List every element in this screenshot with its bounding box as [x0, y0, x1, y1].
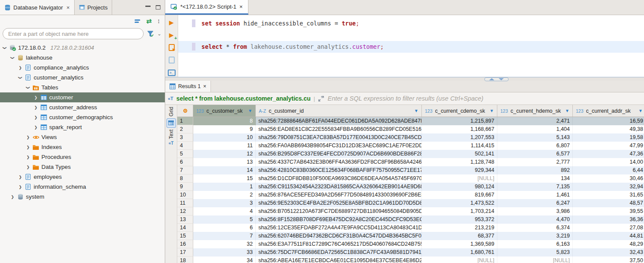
cell-c_customer_id[interactable]: sha256:8F1528BB708DF69EB475DC92A8C20EC44…: [256, 215, 422, 224]
collapse-arrow-icon[interactable]: ❯: [18, 76, 22, 80]
expand-arrow-icon[interactable]: ❯: [26, 145, 30, 149]
tree-item-employees[interactable]: ❯employees: [0, 172, 165, 182]
cell-c_current_cdemo_sk[interactable]: [NULL]: [422, 257, 497, 263]
cell-c_current_cdemo_sk[interactable]: 1,128,748: [422, 158, 497, 166]
cell-c_current_cdemo_sk[interactable]: 1,680,761: [422, 248, 497, 257]
expand-arrow-icon[interactable]: ❯: [26, 165, 30, 169]
tab-sql-script[interactable]: *<172.18.0.2> Script-1 ×: [165, 0, 248, 15]
column-filter-arrow-icon[interactable]: ▼: [414, 108, 418, 113]
cell-c_current_cdemo_sk[interactable]: 1,207,553: [422, 133, 497, 142]
cell-c_current_addr_sk[interactable]: 39,55: [573, 207, 644, 215]
expand-arrow-icon[interactable]: ❯: [26, 155, 30, 159]
grid-view-icon[interactable]: [166, 118, 176, 128]
cell-c_current_hdemo_sk[interactable]: 5,143: [497, 133, 573, 142]
cell-c_customer_sk[interactable]: 32: [193, 240, 256, 248]
cell-c_customer_sk[interactable]: 2: [193, 191, 256, 199]
tree-item-172-18-0-2[interactable]: ❯172.18.0.2172.18.0.2:31604: [0, 43, 165, 53]
cell-c_current_addr_sk[interactable]: 47,36: [573, 150, 644, 158]
cell-c_customer_id[interactable]: sha256:12CE35EFDABF272A4A47E9FA9CC5D4113…: [256, 224, 422, 232]
cell-c_customer_sk[interactable]: 1: [193, 183, 256, 191]
cell-c_current_cdemo_sk[interactable]: 1,703,214: [422, 207, 497, 215]
cell-c_current_cdemo_sk[interactable]: 953,372: [422, 215, 497, 224]
column-filter-arrow-icon[interactable]: ▼: [248, 108, 252, 113]
column-header-c_current_addr_sk[interactable]: 123c_current_addr_sk▼: [573, 105, 644, 117]
cell-c_customer_id[interactable]: sha256:ABEA16E7E1ECBDCA6E01CE1095D84E37C…: [256, 257, 422, 263]
cell-c_current_hdemo_sk[interactable]: 3,219: [497, 232, 573, 240]
cell-c_current_addr_sk[interactable]: 32,43: [573, 248, 644, 257]
expand-arrow-icon[interactable]: ❯: [18, 66, 22, 70]
cell-c_current_hdemo_sk[interactable]: 4,470: [497, 215, 573, 224]
column-header-c_current_cdemo_sk[interactable]: 123c_current_cdemo_sk▼: [422, 105, 497, 117]
column-header-c_customer_id[interactable]: A-Zc_customer_id▼: [256, 105, 422, 117]
grid-corner-cell[interactable]: [177, 105, 193, 117]
execute-statement-icon[interactable]: ▶: [168, 19, 176, 26]
cell-c_customer_id[interactable]: sha256:D1CDF8DBB10F500EA9693C86DE6DEAA05…: [256, 174, 422, 183]
column-filter-arrow-icon[interactable]: ▼: [490, 108, 494, 113]
cell-c_customer_id[interactable]: sha256:C9115342454A2323DA815865CAA326064…: [256, 183, 422, 191]
tree-item-customer[interactable]: ❯customer: [0, 92, 165, 102]
row-number[interactable]: 12: [177, 207, 193, 215]
minimize-icon[interactable]: [145, 6, 151, 7]
cell-c_customer_sk[interactable]: 4: [193, 207, 256, 215]
expand-arrow-icon[interactable]: ❯: [34, 95, 38, 100]
cell-c_current_addr_sk[interactable]: 16,59: [573, 117, 644, 125]
cell-c_customer_sk[interactable]: 15: [193, 174, 256, 183]
expand-arrow-icon[interactable]: ❯: [18, 175, 22, 179]
tree-item-system[interactable]: ❯system: [0, 192, 165, 202]
cell-c_current_hdemo_sk[interactable]: 6,374: [497, 224, 573, 232]
cell-c_current_addr_sk[interactable]: 44,81: [573, 232, 644, 240]
row-number[interactable]: 13: [177, 215, 193, 224]
cell-c_current_cdemo_sk[interactable]: [NULL]: [422, 174, 497, 183]
expand-arrow-icon[interactable]: ❯: [34, 125, 38, 130]
tree-item-spark-report[interactable]: ❯spark_report: [0, 122, 165, 132]
close-icon[interactable]: ×: [203, 83, 206, 89]
cell-c_customer_id[interactable]: sha256:B295D8FC337E9E4FECD0725D907ACD6B6…: [256, 150, 422, 158]
row-number[interactable]: 17: [177, 248, 193, 257]
tree-item-indexes[interactable]: ❯Indexes: [0, 142, 165, 152]
splitter-collapse-control[interactable]: [484, 77, 509, 81]
cell-c_customer_sk[interactable]: 13: [193, 158, 256, 166]
code-line[interactable]: select * from lakehouse.customer_analyti…: [178, 41, 644, 53]
collapse-all-icon[interactable]: [135, 19, 140, 23]
expand-filter-icon[interactable]: [318, 95, 324, 102]
cell-c_customer_sk[interactable]: 10: [193, 133, 256, 142]
cell-c_current_addr_sk[interactable]: 32,94: [573, 183, 644, 191]
cell-c_current_hdemo_sk[interactable]: 892: [497, 166, 573, 174]
chevron-down-icon[interactable]: ⌄: [157, 31, 161, 37]
collapse-down-icon[interactable]: [499, 78, 504, 80]
cell-c_current_addr_sk[interactable]: 49,38: [573, 125, 644, 133]
row-number[interactable]: 1: [177, 117, 193, 125]
results-filterbar[interactable]: «T select * from lakehouse.customer_anal…: [165, 92, 644, 105]
close-icon[interactable]: ×: [66, 4, 70, 11]
cell-c_current_addr_sk[interactable]: 14,00: [573, 158, 644, 166]
object-search-input[interactable]: [3, 28, 144, 39]
cell-c_customer_id[interactable]: sha256:FA0ABB6943B98054FC31D12D3E3AEC689…: [256, 142, 422, 150]
cell-c_current_addr_sk[interactable]: 47,99: [573, 142, 644, 150]
row-number[interactable]: 14: [177, 224, 193, 232]
row-number[interactable]: 5: [177, 150, 193, 158]
cell-c_current_hdemo_sk[interactable]: 6,577: [497, 150, 573, 158]
cell-c_current_addr_sk[interactable]: 48,57: [573, 199, 644, 207]
cell-c_current_hdemo_sk[interactable]: 2,777: [497, 158, 573, 166]
cell-c_customer_sk[interactable]: 5: [193, 215, 256, 224]
expand-arrow-icon[interactable]: ❯: [34, 105, 38, 110]
collapse-arrow-icon[interactable]: ❯: [3, 46, 7, 50]
tree-item-customer-demographics[interactable]: ❯customer_demographics: [0, 112, 165, 122]
expand-arrow-icon[interactable]: ❯: [26, 135, 30, 139]
cell-c_current_cdemo_sk[interactable]: 819,667: [422, 191, 497, 199]
cell-c_current_hdemo_sk[interactable]: 6,163: [497, 240, 573, 248]
cell-c_customer_id[interactable]: sha256:EAD8E61C8C22E555834FBBA9B60556CB2…: [256, 125, 422, 133]
cell-c_customer_sk[interactable]: 12: [193, 150, 256, 158]
cell-c_current_hdemo_sk[interactable]: 6,247: [497, 199, 573, 207]
cell-c_current_addr_sk[interactable]: 31,65: [573, 191, 644, 199]
filter-funnel-icon[interactable]: [147, 31, 154, 37]
cell-c_current_hdemo_sk[interactable]: [NULL]: [497, 257, 573, 263]
cell-c_current_addr_sk[interactable]: 27,08: [573, 224, 644, 232]
row-number[interactable]: 6: [177, 158, 193, 166]
tree-item-views[interactable]: ❯Views: [0, 132, 165, 142]
cell-c_current_hdemo_sk[interactable]: 7,135: [497, 183, 573, 191]
cell-c_current_cdemo_sk[interactable]: 980,124: [422, 183, 497, 191]
collapse-arrow-icon[interactable]: ❯: [26, 86, 30, 90]
text-view-icon[interactable]: «T: [169, 141, 174, 146]
tree-item-information-schema[interactable]: ❯information_schema: [0, 182, 165, 192]
